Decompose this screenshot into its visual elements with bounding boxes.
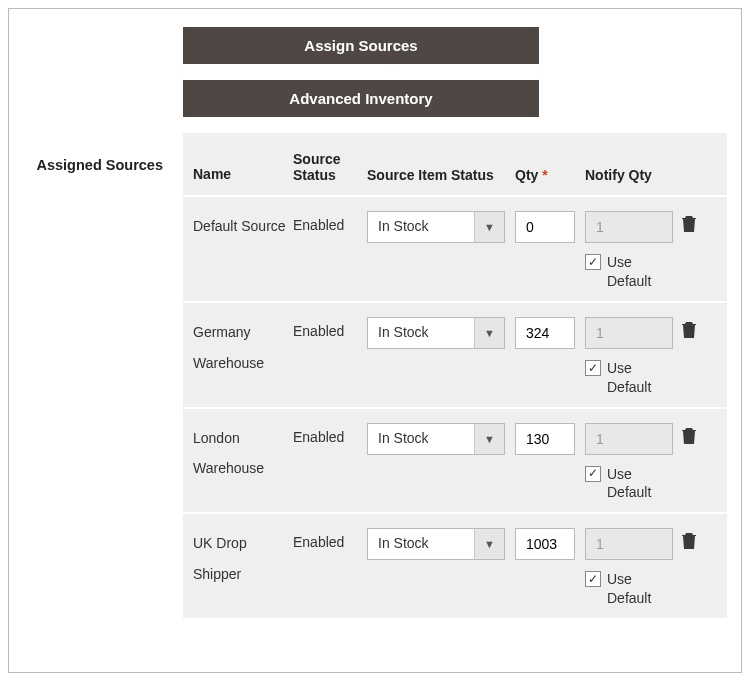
- assign-sources-button[interactable]: Assign Sources: [183, 27, 539, 64]
- qty-input[interactable]: [515, 211, 575, 243]
- chevron-down-icon: ▼: [474, 212, 504, 242]
- source-status: Enabled: [293, 528, 367, 550]
- required-mark: *: [542, 167, 547, 183]
- source-name: UK Drop Shipper: [193, 528, 293, 590]
- use-default-checkbox[interactable]: ✓: [585, 466, 601, 482]
- chevron-down-icon: ▼: [474, 318, 504, 348]
- notify-qty-input: [585, 317, 673, 349]
- source-name: Germany Warehouse: [193, 317, 293, 379]
- col-header-notify: Notify Qty: [585, 167, 681, 183]
- use-default-label: Use Default: [607, 570, 673, 608]
- table-row: London Warehouse Enabled In Stock ▼ ✓ Us…: [183, 407, 727, 513]
- source-name: London Warehouse: [193, 423, 293, 485]
- trash-icon[interactable]: [681, 321, 703, 339]
- qty-label: Qty: [515, 167, 538, 183]
- trash-icon[interactable]: [681, 427, 703, 445]
- source-item-status-select[interactable]: In Stock ▼: [367, 528, 505, 560]
- qty-input[interactable]: [515, 528, 575, 560]
- notify-qty-input: [585, 528, 673, 560]
- notify-qty-input: [585, 211, 673, 243]
- col-header-status: Source Status: [293, 151, 367, 183]
- grid-header-row: Name Source Status Source Item Status Qt…: [183, 139, 727, 195]
- section-label: Assigned Sources: [23, 133, 183, 173]
- col-header-item-status: Source Item Status: [367, 167, 515, 183]
- table-row: UK Drop Shipper Enabled In Stock ▼ ✓ Use…: [183, 512, 727, 618]
- select-value: In Stock: [368, 212, 474, 242]
- chevron-down-icon: ▼: [474, 424, 504, 454]
- qty-input[interactable]: [515, 423, 575, 455]
- notify-qty-input: [585, 423, 673, 455]
- source-status: Enabled: [293, 211, 367, 233]
- source-item-status-select[interactable]: In Stock ▼: [367, 211, 505, 243]
- source-status: Enabled: [293, 317, 367, 339]
- source-item-status-select[interactable]: In Stock ▼: [367, 317, 505, 349]
- table-row: Default Source Enabled In Stock ▼ ✓ Use …: [183, 195, 727, 301]
- source-item-status-select[interactable]: In Stock ▼: [367, 423, 505, 455]
- source-status: Enabled: [293, 423, 367, 445]
- table-row: Germany Warehouse Enabled In Stock ▼ ✓ U…: [183, 301, 727, 407]
- advanced-inventory-button[interactable]: Advanced Inventory: [183, 80, 539, 117]
- use-default-checkbox[interactable]: ✓: [585, 571, 601, 587]
- trash-icon[interactable]: [681, 215, 703, 233]
- qty-input[interactable]: [515, 317, 575, 349]
- col-header-name: Name: [193, 165, 293, 183]
- use-default-label: Use Default: [607, 253, 673, 291]
- chevron-down-icon: ▼: [474, 529, 504, 559]
- select-value: In Stock: [368, 424, 474, 454]
- use-default-label: Use Default: [607, 359, 673, 397]
- trash-icon[interactable]: [681, 532, 703, 550]
- col-header-qty: Qty *: [515, 167, 585, 183]
- source-name: Default Source: [193, 211, 293, 242]
- assigned-sources-grid: Name Source Status Source Item Status Qt…: [183, 133, 727, 618]
- use-default-label: Use Default: [607, 465, 673, 503]
- use-default-checkbox[interactable]: ✓: [585, 360, 601, 376]
- select-value: In Stock: [368, 529, 474, 559]
- assigned-sources-panel: Assign Sources Advanced Inventory Assign…: [8, 8, 742, 673]
- top-button-group: Assign Sources Advanced Inventory: [183, 27, 539, 117]
- use-default-checkbox[interactable]: ✓: [585, 254, 601, 270]
- select-value: In Stock: [368, 318, 474, 348]
